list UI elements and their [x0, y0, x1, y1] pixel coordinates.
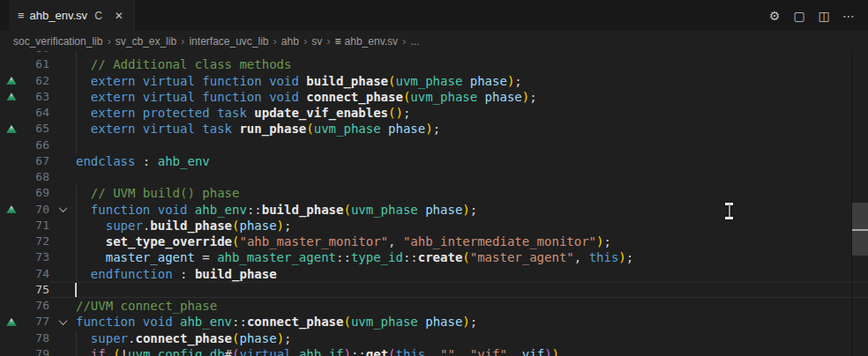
- close-icon[interactable]: ✕: [113, 8, 125, 24]
- code-token: (: [388, 347, 395, 356]
- code-line[interactable]: 68: [0, 169, 868, 185]
- code-token: "ahb_master_monitor": [239, 234, 388, 248]
- code-token: [477, 90, 484, 104]
- fold-column: [49, 153, 76, 169]
- code-text: endfunction : build_phase: [76, 266, 868, 282]
- line-number[interactable]: 69: [23, 185, 49, 201]
- code-text: [76, 282, 868, 298]
- code-line[interactable]: 63 extern virtual function void connect_…: [0, 89, 868, 105]
- breadcrumb-item[interactable]: sv: [311, 35, 322, 48]
- file-icon: ≡: [335, 35, 341, 48]
- code-token: set_type_override: [76, 234, 232, 248]
- code-token: :: [173, 267, 195, 281]
- line-number[interactable]: 70: [23, 202, 49, 218]
- code-line[interactable]: 65 extern virtual task run_phase(uvm_pha…: [0, 121, 868, 137]
- change-marker-icon: [6, 318, 17, 326]
- line-number[interactable]: 62: [23, 73, 49, 89]
- code-line[interactable]: 76//UVM connect_phase: [0, 298, 868, 314]
- code-token: ,: [425, 347, 440, 356]
- line-number[interactable]: 77: [23, 314, 49, 330]
- code-line[interactable]: 77function void ahb_env::connect_phase(u…: [0, 314, 868, 330]
- code-line[interactable]: 64 extern protected task update_vif_enab…: [0, 105, 868, 121]
- line-number[interactable]: 75: [23, 282, 49, 298]
- chevron-down-icon[interactable]: [58, 204, 67, 212]
- line-number[interactable]: 76: [23, 298, 49, 314]
- breadcrumb-file-item[interactable]: ≡ahb_env.sv: [335, 35, 399, 48]
- breadcrumb-separator-icon: ›: [107, 34, 110, 48]
- layout-square-icon[interactable]: ▢: [789, 5, 810, 26]
- split-editor-icon[interactable]: ◫: [813, 5, 834, 26]
- breadcrumb-item[interactable]: soc_verification_lib: [13, 35, 102, 48]
- breadcrumb-item[interactable]: sv_cb_ex_lib: [116, 35, 176, 48]
- settings-gear-icon[interactable]: ⚙: [764, 5, 785, 26]
- breadcrumb-file-label: ahb_env.sv: [345, 35, 399, 48]
- fold-column: [49, 185, 76, 201]
- code-token: (: [306, 122, 313, 136]
- code-line[interactable]: 73 master_agent = ahb_master_agent::type…: [0, 249, 868, 265]
- code-line[interactable]: 79 if (!uvm_config_db#(virtual ahb_if)::…: [0, 346, 868, 356]
- code-token: ;: [603, 234, 610, 248]
- line-number[interactable]: 72: [23, 234, 49, 249]
- code-token: ;: [529, 90, 536, 104]
- code-token: //UVM connect_phase: [76, 299, 217, 313]
- code-token: ;: [470, 315, 477, 329]
- line-number[interactable]: 71: [23, 218, 49, 234]
- tab-ahb-env-sv[interactable]: ≡ ahb_env.sv C ✕: [9, 0, 135, 31]
- code-token: [418, 203, 425, 217]
- code-line[interactable]: 70 function void ahb_env::build_phase(uv…: [0, 202, 868, 218]
- tab-title: ahb_env.sv: [30, 9, 88, 22]
- line-number[interactable]: 78: [23, 330, 49, 346]
- chevron-down-icon[interactable]: [58, 316, 67, 325]
- editor-actions: ⚙▢◫⋯: [764, 0, 868, 31]
- code-line[interactable]: 62 extern virtual function void build_ph…: [0, 73, 868, 89]
- tab-status-badge: C: [94, 10, 102, 22]
- line-number[interactable]: 61: [23, 56, 49, 72]
- line-number[interactable]: 65: [23, 121, 49, 137]
- more-actions-icon[interactable]: ⋯: [838, 5, 859, 26]
- code-line[interactable]: 78 super.connect_phase(phase);: [0, 330, 868, 346]
- change-marker-icon: [6, 205, 17, 213]
- line-number[interactable]: 64: [23, 105, 49, 121]
- line-number[interactable]: 79: [23, 346, 49, 356]
- breadcrumb-item[interactable]: interface_uvc_lib: [189, 35, 268, 48]
- line-number[interactable]: 74: [23, 266, 49, 282]
- gutter-glyph-margin: [0, 105, 23, 121]
- vertical-scrollbar[interactable]: [852, 51, 868, 356]
- code-token: ::: [351, 347, 366, 356]
- code-line[interactable]: 67endclass : ahb_env: [0, 153, 868, 169]
- gutter-glyph-margin: [0, 185, 23, 201]
- code-token: phase: [239, 219, 276, 233]
- line-number[interactable]: 67: [23, 153, 49, 169]
- code-token: [381, 122, 388, 136]
- code-line[interactable]: 74 endfunction : build_phase: [0, 266, 868, 282]
- code-token: =: [195, 250, 217, 264]
- gutter-glyph-margin: [0, 56, 23, 72]
- breadcrumb-item[interactable]: ahb: [281, 35, 299, 48]
- code-token: phase: [239, 331, 276, 345]
- code-text: // UVM build() phase: [76, 185, 868, 201]
- breadcrumb-separator-icon: ›: [273, 34, 277, 48]
- code-line[interactable]: 69 // UVM build() phase: [0, 185, 868, 201]
- code-token: ;: [433, 122, 440, 136]
- line-number[interactable]: 73: [23, 249, 49, 265]
- code-line[interactable]: 66: [0, 137, 868, 153]
- code-token: // Additional class methods: [76, 57, 291, 71]
- code-token: ,: [455, 347, 470, 356]
- code-text: function void ahb_env::build_phase(uvm_p…: [76, 202, 868, 218]
- line-number[interactable]: 66: [23, 137, 49, 153]
- code-token: connect_phase: [306, 90, 403, 104]
- code-editor[interactable]: 6061 // Additional class methods62 exter…: [0, 51, 868, 356]
- breadcrumb-overflow[interactable]: ...: [410, 35, 419, 48]
- code-line[interactable]: 75: [0, 282, 868, 298]
- code-token: (: [343, 203, 350, 217]
- code-line[interactable]: 71 super.build_phase(phase);: [0, 218, 868, 234]
- code-token: create: [418, 250, 463, 264]
- line-number[interactable]: 63: [23, 89, 49, 105]
- code-line[interactable]: 72 set_type_override("ahb_master_monitor…: [0, 234, 868, 249]
- code-text: [76, 169, 868, 185]
- line-number[interactable]: 68: [23, 169, 49, 185]
- indent-guide: [76, 121, 77, 137]
- code-token: ): [522, 90, 529, 104]
- code-token: ;: [403, 106, 410, 120]
- code-line[interactable]: 61 // Additional class methods: [0, 56, 868, 72]
